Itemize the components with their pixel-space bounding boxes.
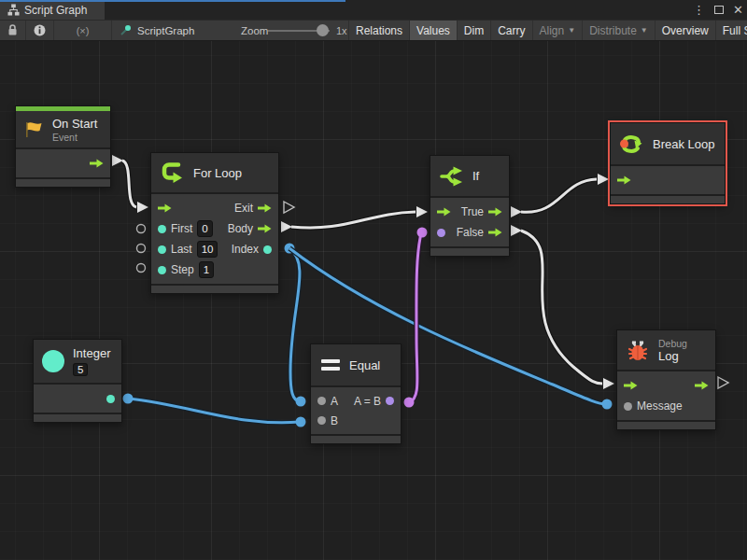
carry-button[interactable]: Carry	[490, 21, 531, 40]
debug-log-enter-port[interactable]	[624, 381, 638, 390]
debug-log-header: Debug Log	[617, 330, 715, 370]
for-loop-last-port[interactable]	[158, 245, 166, 254]
port-row	[16, 153, 110, 174]
if-false-port[interactable]	[488, 228, 502, 237]
break-loop-enter-port[interactable]	[617, 175, 631, 185]
equal-result-port[interactable]	[386, 397, 394, 405]
port-label: B	[331, 414, 338, 427]
node-footer	[16, 177, 110, 187]
window-maximize-icon[interactable]	[714, 6, 724, 14]
node-on-start[interactable]: On Start Event	[15, 105, 111, 188]
equal-b-port[interactable]	[317, 416, 326, 425]
values-button[interactable]: Values	[409, 21, 457, 40]
bug-icon	[626, 338, 650, 362]
align-button[interactable]: Align▼	[532, 21, 583, 40]
node-kicker: Debug	[658, 338, 687, 349]
on-start-trigger-out-port[interactable]	[90, 159, 104, 168]
lock-icon	[7, 24, 18, 36]
node-integer[interactable]: Integer 5	[33, 339, 122, 423]
fullscreen-button[interactable]: Full Screen	[715, 21, 747, 40]
port-row: Step 1	[151, 259, 278, 280]
tab-title: Script Graph	[24, 4, 87, 17]
port-label: A = B	[354, 395, 381, 408]
break-loop-icon	[618, 131, 644, 157]
port-label: True	[461, 205, 484, 218]
port-label: False	[457, 226, 484, 239]
code-preview-icon: (×)	[77, 25, 90, 36]
node-title: Break Loop	[653, 137, 715, 151]
graph-canvas[interactable]	[0, 41, 747, 560]
node-for-loop[interactable]: For Loop Exit First 0 Body Last 10	[150, 152, 279, 294]
node-break-loop[interactable]: Break Loop	[610, 122, 726, 204]
node-title: If	[472, 169, 479, 183]
port-row: A A = B	[311, 391, 401, 411]
unity-script-graph-window: Script Graph ⋮ ✕ (×)	[0, 0, 747, 560]
overview-button[interactable]: Overview	[655, 21, 715, 40]
code-preview-button[interactable]: (×)	[54, 21, 112, 40]
info-button[interactable]	[26, 21, 54, 40]
node-equal[interactable]: Equal A A = B B	[310, 343, 402, 444]
for-loop-exit-port[interactable]	[258, 203, 272, 213]
chevron-down-icon: ▼	[641, 26, 648, 35]
port-label: Index	[232, 243, 259, 256]
for-loop-index-port[interactable]	[263, 245, 272, 254]
integer-value[interactable]: 5	[73, 363, 88, 376]
if-branch-icon	[440, 164, 464, 189]
equal-a-port[interactable]	[317, 397, 326, 405]
equals-icon	[320, 357, 341, 372]
port-row	[34, 388, 121, 409]
for-loop-first-value[interactable]: 0	[197, 220, 212, 237]
for-loop-enter-port[interactable]	[158, 203, 172, 213]
node-if[interactable]: If True False	[430, 155, 510, 257]
zoom-value: 1x	[336, 21, 347, 40]
dim-button[interactable]: Dim	[457, 21, 490, 40]
integer-out-port[interactable]	[106, 395, 115, 403]
flag-icon	[23, 119, 44, 140]
node-footer	[430, 246, 509, 256]
distribute-button[interactable]: Distribute▼	[582, 21, 655, 40]
debug-log-exit-port[interactable]	[695, 381, 709, 390]
port-label: Last	[171, 243, 192, 256]
for-loop-header: For Loop	[151, 153, 278, 192]
integer-type-icon	[42, 350, 64, 372]
graph-name: ScriptGraph	[137, 25, 194, 36]
for-loop-first-port[interactable]	[158, 225, 166, 233]
if-enter-port[interactable]	[437, 207, 451, 217]
node-debug-log[interactable]: Debug Log Message	[616, 329, 716, 430]
port-label: Message	[637, 399, 683, 413]
if-condition-port[interactable]	[437, 229, 445, 237]
node-footer	[34, 413, 121, 422]
window-close-icon[interactable]: ✕	[733, 3, 743, 17]
zoom-slider-handle[interactable]	[317, 24, 329, 36]
integer-header: Integer 5	[34, 340, 121, 383]
active-tab-accent	[0, 0, 345, 2]
debug-log-message-port[interactable]	[624, 402, 632, 411]
port-row: False	[430, 222, 509, 243]
tab-script-graph[interactable]: Script Graph	[0, 0, 105, 20]
window-menu-icon[interactable]: ⋮	[693, 3, 705, 17]
for-loop-last-value[interactable]: 10	[197, 241, 218, 258]
toolbar-button-group: Relations Values Dim Carry Align▼ Distri…	[348, 21, 747, 40]
zoom-label: Zoom	[241, 21, 268, 40]
break-loop-header: Break Loop	[611, 123, 725, 164]
info-icon	[34, 24, 46, 36]
node-footer	[617, 420, 715, 429]
relations-button[interactable]: Relations	[348, 21, 409, 40]
tab-bar: Script Graph ⋮ ✕	[0, 0, 747, 20]
if-true-port[interactable]	[488, 207, 502, 217]
for-loop-step-port[interactable]	[158, 266, 166, 274]
port-label: Exit	[234, 202, 253, 215]
node-footer	[611, 194, 725, 203]
for-loop-body-port[interactable]	[258, 224, 272, 233]
lock-button[interactable]	[0, 21, 26, 40]
zoom-slider[interactable]	[268, 21, 330, 40]
node-title: Log	[658, 349, 687, 363]
port-row: Message	[617, 396, 715, 416]
graph-hierarchy-icon	[7, 4, 20, 16]
graph-breadcrumb: ScriptGraph	[120, 21, 194, 40]
port-label: Body	[228, 222, 253, 235]
port-label: Step	[171, 263, 194, 276]
port-row: B	[311, 411, 401, 430]
port-row	[611, 170, 725, 190]
for-loop-step-value[interactable]: 1	[199, 261, 214, 278]
